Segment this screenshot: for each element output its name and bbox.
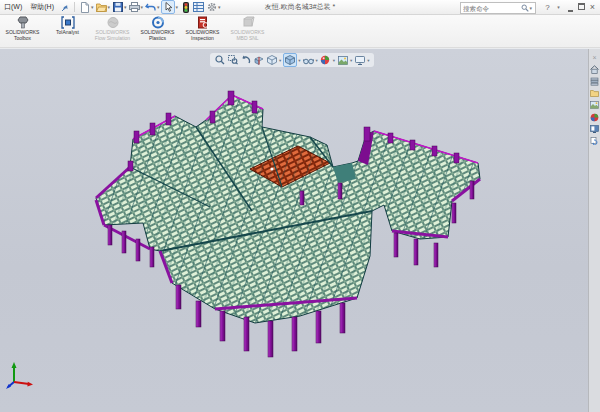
y-axis-arrow <box>12 362 17 368</box>
save-icon[interactable] <box>112 1 124 13</box>
inspection-icon <box>196 16 210 29</box>
help-button[interactable]: ? <box>542 3 553 12</box>
edit-appearance-dropdown[interactable]: ▾ <box>333 58 335 63</box>
ribbon-button-tolanalyst[interactable]: TolAnalyst <box>45 16 90 36</box>
help-dropdown[interactable]: ▾ <box>553 4 564 10</box>
restore-button[interactable] <box>576 3 587 12</box>
zoom-to-area-icon[interactable] <box>227 54 239 66</box>
view-settings-icon[interactable] <box>354 54 366 66</box>
open-file-icon[interactable] <box>95 1 107 13</box>
search-input[interactable] <box>463 5 521 12</box>
options-gear-icon[interactable] <box>206 1 218 13</box>
undo-icon[interactable] <box>145 1 157 13</box>
appearances-sphere-icon[interactable] <box>590 112 600 122</box>
ribbon-button-mbd-snl[interactable]: SOLIDWORKS MBD SNL <box>225 16 270 42</box>
zoom-to-fit-icon[interactable] <box>214 54 226 66</box>
file-explorer-icon[interactable] <box>590 88 600 98</box>
file-properties-icon[interactable] <box>193 1 205 13</box>
hide-show-dropdown[interactable]: ▾ <box>316 58 318 63</box>
flow-simulation-icon <box>106 16 120 29</box>
plastics-icon <box>151 16 165 29</box>
title-bar: 口(W) 帮助(H) ▾ ▾ ▾ ▾ ▾ ▾ ▾ 友恒.欧尚名城3#总装 * ▾… <box>0 0 600 15</box>
new-file-dropdown[interactable]: ▾ <box>91 4 94 10</box>
menu-window[interactable]: 口(W) <box>0 0 26 14</box>
toolbox-bolt-icon <box>16 16 30 29</box>
ribbon-button-solidworks-toolbox[interactable]: SOLIDWORKS Toolbox <box>0 16 45 42</box>
previous-view-icon[interactable] <box>240 54 252 66</box>
search-dropdown[interactable]: ▾ <box>529 5 532 11</box>
options-dropdown[interactable]: ▾ <box>218 4 221 10</box>
menu-help[interactable]: 帮助(H) <box>26 0 58 14</box>
apply-scene-dropdown[interactable]: ▾ <box>350 58 352 63</box>
save-dropdown[interactable]: ▾ <box>124 4 127 10</box>
edit-appearance-sphere-icon[interactable] <box>319 54 331 66</box>
mbd-snl-icon <box>241 16 255 29</box>
rebuild-traffic-light-icon[interactable] <box>180 1 192 13</box>
ribbon-button-flow-simulation[interactable]: SOLIDWORKS Flow Simulation <box>90 16 135 42</box>
minimize-button[interactable] <box>565 3 576 12</box>
window-controls: ? ▾ × <box>542 0 598 14</box>
home-resources-icon[interactable] <box>590 64 600 74</box>
new-file-icon[interactable] <box>79 1 91 13</box>
select-cursor-icon[interactable] <box>161 0 175 14</box>
coordinate-triad <box>5 360 37 390</box>
print-dropdown[interactable]: ▾ <box>141 4 144 10</box>
design-library-icon[interactable] <box>590 76 600 86</box>
close-button[interactable]: × <box>587 2 598 12</box>
custom-properties-screen-icon[interactable] <box>590 124 600 134</box>
undo-dropdown[interactable]: ▾ <box>157 4 160 10</box>
select-dropdown[interactable]: ▾ <box>176 4 179 10</box>
pin-icon[interactable] <box>59 1 71 13</box>
graphics-viewport[interactable]: ▾ ▾ ▾ ▾ ▾ ▾ <box>0 49 588 412</box>
tolanalyst-icon <box>61 16 75 29</box>
display-style-icon[interactable] <box>283 53 297 67</box>
3d-model-building-formwork[interactable] <box>0 49 588 412</box>
task-pane-tab-strip: × <box>588 49 600 412</box>
search-icon[interactable] <box>521 4 529 12</box>
ribbon-button-plastics[interactable]: SOLIDWORKS Plastics <box>135 16 180 42</box>
ribbon-button-inspection[interactable]: SOLIDWORKS Inspection <box>180 16 225 42</box>
section-view-icon[interactable] <box>253 54 265 66</box>
search-box[interactable]: ▾ <box>460 2 536 14</box>
heads-up-view-toolbar: ▾ ▾ ▾ ▾ ▾ ▾ <box>210 53 374 67</box>
view-orientation-cube-icon[interactable] <box>266 54 278 66</box>
command-manager-ribbon: SOLIDWORKS Toolbox TolAnalyst SOLIDWORKS… <box>0 14 600 48</box>
hide-show-items-glasses-icon[interactable] <box>302 54 314 66</box>
collapse-chevron-icon[interactable]: × <box>590 52 600 62</box>
highlight-dot <box>270 167 273 170</box>
display-style-dropdown[interactable]: ▾ <box>298 58 300 63</box>
print-icon[interactable] <box>128 1 140 13</box>
open-file-dropdown[interactable]: ▾ <box>108 4 111 10</box>
apply-scene-icon[interactable] <box>337 54 349 66</box>
view-settings-dropdown[interactable]: ▾ <box>367 58 369 63</box>
divider <box>74 2 75 12</box>
document-recovery-icon[interactable] <box>590 136 600 146</box>
view-orientation-dropdown[interactable]: ▾ <box>279 58 281 63</box>
view-palette-icon[interactable] <box>590 100 600 110</box>
x-axis-arrow <box>27 382 33 387</box>
